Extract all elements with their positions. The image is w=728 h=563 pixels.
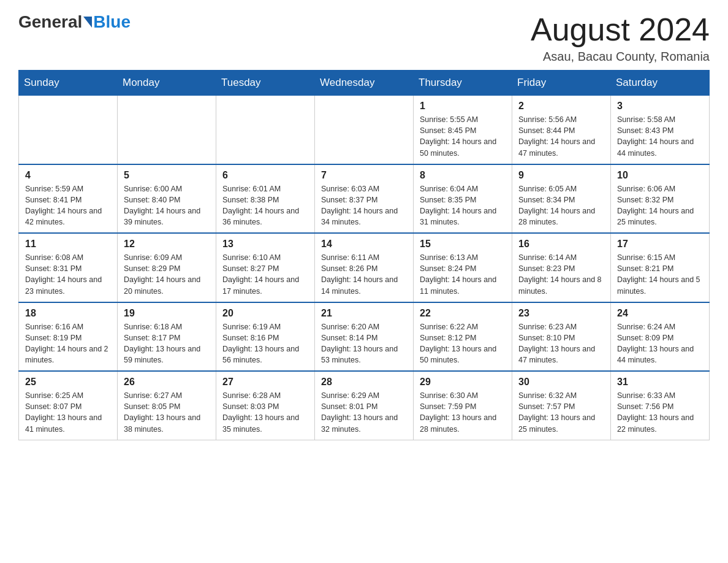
calendar-cell: 2Sunrise: 5:56 AM Sunset: 8:44 PM Daylig… [512, 96, 611, 164]
day-info: Sunrise: 6:29 AM Sunset: 8:01 PM Dayligh… [321, 390, 407, 435]
day-info: Sunrise: 6:08 AM Sunset: 8:31 PM Dayligh… [25, 252, 111, 297]
calendar-cell: 16Sunrise: 6:14 AM Sunset: 8:23 PM Dayli… [512, 233, 611, 302]
day-info: Sunrise: 6:22 AM Sunset: 8:12 PM Dayligh… [420, 321, 506, 366]
calendar-week-3: 11Sunrise: 6:08 AM Sunset: 8:31 PM Dayli… [19, 233, 710, 302]
day-number: 3 [617, 101, 703, 112]
day-info: Sunrise: 6:28 AM Sunset: 8:03 PM Dayligh… [222, 390, 308, 435]
col-header-monday: Monday [118, 71, 216, 96]
calendar-cell: 31Sunrise: 6:33 AM Sunset: 7:56 PM Dayli… [611, 371, 710, 440]
day-info: Sunrise: 6:14 AM Sunset: 8:23 PM Dayligh… [518, 252, 604, 297]
calendar-cell: 20Sunrise: 6:19 AM Sunset: 8:16 PM Dayli… [216, 302, 315, 372]
day-number: 25 [25, 377, 111, 388]
day-number: 24 [617, 308, 703, 319]
day-number: 12 [124, 239, 210, 250]
day-number: 26 [124, 377, 210, 388]
calendar-title: August 2024 [531, 12, 710, 47]
calendar-cell: 6Sunrise: 6:01 AM Sunset: 8:38 PM Daylig… [216, 164, 315, 234]
day-info: Sunrise: 6:05 AM Sunset: 8:34 PM Dayligh… [518, 183, 604, 228]
page-header: General Blue August 2024 Asau, Bacau Cou… [18, 12, 710, 64]
day-number: 16 [518, 239, 604, 250]
day-info: Sunrise: 6:19 AM Sunset: 8:16 PM Dayligh… [222, 321, 308, 366]
day-number: 22 [420, 308, 506, 319]
day-info: Sunrise: 6:32 AM Sunset: 7:57 PM Dayligh… [518, 390, 604, 435]
day-number: 5 [124, 170, 210, 181]
calendar-cell: 14Sunrise: 6:11 AM Sunset: 8:26 PM Dayli… [315, 233, 414, 302]
col-header-friday: Friday [512, 71, 611, 96]
calendar-cell: 4Sunrise: 5:59 AM Sunset: 8:41 PM Daylig… [19, 164, 118, 234]
calendar-cell: 30Sunrise: 6:32 AM Sunset: 7:57 PM Dayli… [512, 371, 611, 440]
day-number: 23 [518, 308, 604, 319]
calendar-header-row: SundayMondayTuesdayWednesdayThursdayFrid… [19, 71, 710, 96]
day-number: 19 [124, 308, 210, 319]
day-info: Sunrise: 6:04 AM Sunset: 8:35 PM Dayligh… [420, 183, 506, 228]
calendar-cell [19, 96, 118, 164]
calendar-cell [118, 96, 216, 164]
calendar-cell: 17Sunrise: 6:15 AM Sunset: 8:21 PM Dayli… [611, 233, 710, 302]
calendar-subtitle: Asau, Bacau County, Romania [531, 50, 710, 64]
day-number: 17 [617, 239, 703, 250]
day-number: 15 [420, 239, 506, 250]
day-number: 1 [420, 101, 506, 112]
day-number: 31 [617, 377, 703, 388]
calendar-cell: 25Sunrise: 6:25 AM Sunset: 8:07 PM Dayli… [19, 371, 118, 440]
logo-arrow-icon [83, 17, 92, 28]
calendar-week-4: 18Sunrise: 6:16 AM Sunset: 8:19 PM Dayli… [19, 302, 710, 372]
day-number: 20 [222, 308, 308, 319]
day-info: Sunrise: 6:06 AM Sunset: 8:32 PM Dayligh… [617, 183, 703, 228]
day-number: 7 [321, 170, 407, 181]
day-info: Sunrise: 5:55 AM Sunset: 8:45 PM Dayligh… [420, 114, 506, 159]
day-info: Sunrise: 6:11 AM Sunset: 8:26 PM Dayligh… [321, 252, 407, 297]
calendar-cell [315, 96, 414, 164]
day-number: 30 [518, 377, 604, 388]
calendar-cell: 3Sunrise: 5:58 AM Sunset: 8:43 PM Daylig… [611, 96, 710, 164]
day-number: 18 [25, 308, 111, 319]
day-info: Sunrise: 5:59 AM Sunset: 8:41 PM Dayligh… [25, 183, 111, 228]
calendar-cell: 12Sunrise: 6:09 AM Sunset: 8:29 PM Dayli… [118, 233, 216, 302]
calendar-cell: 7Sunrise: 6:03 AM Sunset: 8:37 PM Daylig… [315, 164, 414, 234]
calendar-cell: 24Sunrise: 6:24 AM Sunset: 8:09 PM Dayli… [611, 302, 710, 372]
calendar-cell: 18Sunrise: 6:16 AM Sunset: 8:19 PM Dayli… [19, 302, 118, 372]
logo: General Blue [18, 12, 131, 32]
day-info: Sunrise: 6:15 AM Sunset: 8:21 PM Dayligh… [617, 252, 703, 297]
calendar-cell: 28Sunrise: 6:29 AM Sunset: 8:01 PM Dayli… [315, 371, 414, 440]
day-info: Sunrise: 6:27 AM Sunset: 8:05 PM Dayligh… [124, 390, 210, 435]
calendar-cell: 10Sunrise: 6:06 AM Sunset: 8:32 PM Dayli… [611, 164, 710, 234]
day-info: Sunrise: 6:33 AM Sunset: 7:56 PM Dayligh… [617, 390, 703, 435]
logo-general-text: General [18, 12, 82, 32]
day-number: 11 [25, 239, 111, 250]
day-number: 27 [222, 377, 308, 388]
day-number: 28 [321, 377, 407, 388]
day-info: Sunrise: 5:58 AM Sunset: 8:43 PM Dayligh… [617, 114, 703, 159]
day-info: Sunrise: 6:25 AM Sunset: 8:07 PM Dayligh… [25, 390, 111, 435]
day-number: 8 [420, 170, 506, 181]
col-header-sunday: Sunday [19, 71, 118, 96]
day-info: Sunrise: 6:16 AM Sunset: 8:19 PM Dayligh… [25, 321, 111, 366]
day-info: Sunrise: 6:13 AM Sunset: 8:24 PM Dayligh… [420, 252, 506, 297]
col-header-wednesday: Wednesday [315, 71, 414, 96]
calendar-cell [216, 96, 315, 164]
col-header-tuesday: Tuesday [216, 71, 315, 96]
col-header-thursday: Thursday [414, 71, 512, 96]
day-info: Sunrise: 6:20 AM Sunset: 8:14 PM Dayligh… [321, 321, 407, 366]
day-info: Sunrise: 6:24 AM Sunset: 8:09 PM Dayligh… [617, 321, 703, 366]
calendar-table: SundayMondayTuesdayWednesdayThursdayFrid… [18, 70, 710, 440]
day-info: Sunrise: 6:09 AM Sunset: 8:29 PM Dayligh… [124, 252, 210, 297]
calendar-cell: 5Sunrise: 6:00 AM Sunset: 8:40 PM Daylig… [118, 164, 216, 234]
day-info: Sunrise: 5:56 AM Sunset: 8:44 PM Dayligh… [518, 114, 604, 159]
day-number: 2 [518, 101, 604, 112]
calendar-cell: 22Sunrise: 6:22 AM Sunset: 8:12 PM Dayli… [414, 302, 512, 372]
day-info: Sunrise: 6:10 AM Sunset: 8:27 PM Dayligh… [222, 252, 308, 297]
day-number: 13 [222, 239, 308, 250]
calendar-cell: 11Sunrise: 6:08 AM Sunset: 8:31 PM Dayli… [19, 233, 118, 302]
day-info: Sunrise: 6:30 AM Sunset: 7:59 PM Dayligh… [420, 390, 506, 435]
calendar-cell: 9Sunrise: 6:05 AM Sunset: 8:34 PM Daylig… [512, 164, 611, 234]
calendar-cell: 27Sunrise: 6:28 AM Sunset: 8:03 PM Dayli… [216, 371, 315, 440]
day-info: Sunrise: 6:01 AM Sunset: 8:38 PM Dayligh… [222, 183, 308, 228]
calendar-cell: 8Sunrise: 6:04 AM Sunset: 8:35 PM Daylig… [414, 164, 512, 234]
calendar-week-1: 1Sunrise: 5:55 AM Sunset: 8:45 PM Daylig… [19, 96, 710, 164]
title-section: August 2024 Asau, Bacau County, Romania [531, 12, 710, 64]
calendar-cell: 15Sunrise: 6:13 AM Sunset: 8:24 PM Dayli… [414, 233, 512, 302]
calendar-week-5: 25Sunrise: 6:25 AM Sunset: 8:07 PM Dayli… [19, 371, 710, 440]
day-number: 6 [222, 170, 308, 181]
calendar-cell: 23Sunrise: 6:23 AM Sunset: 8:10 PM Dayli… [512, 302, 611, 372]
